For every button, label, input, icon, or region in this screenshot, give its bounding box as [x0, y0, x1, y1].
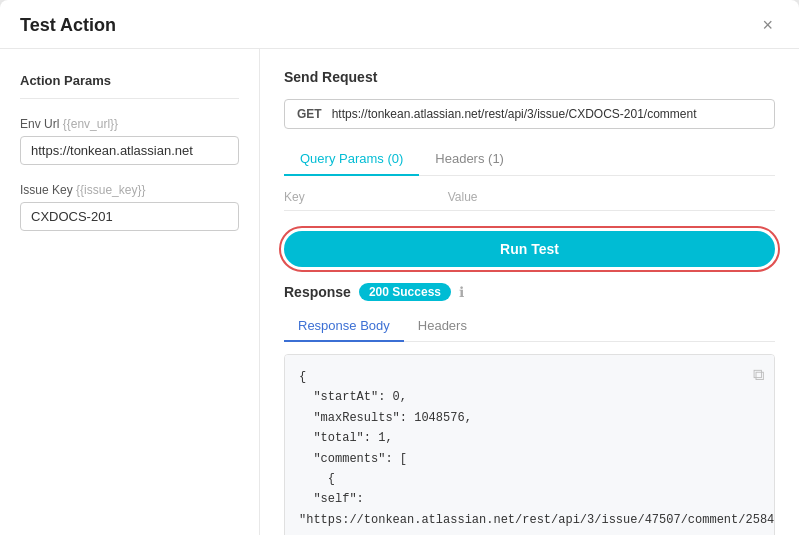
tab-response-headers[interactable]: Headers [404, 311, 481, 342]
issue-key-input[interactable] [20, 202, 239, 231]
tab-headers[interactable]: Headers (1) [419, 143, 520, 176]
info-icon: ℹ [459, 284, 464, 300]
response-line-4: "total": 1, [299, 428, 760, 448]
response-line-7: "self": "https://tonkean.atlassian.net/r… [299, 489, 760, 530]
issue-key-field-group: Issue Key {{issue_key}} [20, 183, 239, 231]
response-tabs-row: Response Body Headers [284, 311, 775, 342]
action-params-title: Action Params [20, 73, 239, 99]
issue-key-var: {{issue_key}} [76, 183, 145, 197]
run-test-button[interactable]: Run Test [284, 231, 775, 267]
url-bar: GET https://tonkean.atlassian.net/rest/a… [284, 99, 775, 129]
http-method: GET [297, 107, 322, 121]
col-value-label: Value [448, 190, 775, 204]
response-body-box: ⧉ { "startAt": 0, "maxResults": 1048576,… [284, 354, 775, 535]
env-url-var: {{env_url}} [63, 117, 118, 131]
test-action-modal: Test Action × Action Params Env Url {{en… [0, 0, 799, 535]
response-line-5: "comments": [ [299, 449, 760, 469]
col-key-label: Key [284, 190, 448, 204]
params-tabs-row: Query Params (0) Headers (1) [284, 143, 775, 176]
close-button[interactable]: × [756, 14, 779, 36]
env-url-input[interactable] [20, 136, 239, 165]
modal-body: Action Params Env Url {{env_url}} Issue … [0, 49, 799, 535]
modal-title: Test Action [20, 15, 116, 36]
response-line-1: { [299, 367, 760, 387]
env-url-field-group: Env Url {{env_url}} [20, 117, 239, 165]
tab-response-body[interactable]: Response Body [284, 311, 404, 342]
response-label: Response [284, 284, 351, 300]
right-panel: Send Request GET https://tonkean.atlassi… [260, 49, 799, 535]
tab-query-params[interactable]: Query Params (0) [284, 143, 419, 176]
response-line-3: "maxResults": 1048576, [299, 408, 760, 428]
copy-icon[interactable]: ⧉ [753, 363, 764, 390]
issue-key-label: Issue Key {{issue_key}} [20, 183, 239, 197]
modal-header: Test Action × [0, 0, 799, 49]
env-url-label: Env Url {{env_url}} [20, 117, 239, 131]
response-row: Response 200 Success ℹ [284, 283, 775, 301]
send-request-title: Send Request [284, 69, 775, 85]
left-panel: Action Params Env Url {{env_url}} Issue … [0, 49, 260, 535]
response-line-2: "startAt": 0, [299, 387, 760, 407]
url-value: https://tonkean.atlassian.net/rest/api/3… [332, 107, 697, 121]
success-badge: 200 Success [359, 283, 451, 301]
response-line-6: { [299, 469, 760, 489]
params-table-header: Key Value [284, 186, 775, 211]
